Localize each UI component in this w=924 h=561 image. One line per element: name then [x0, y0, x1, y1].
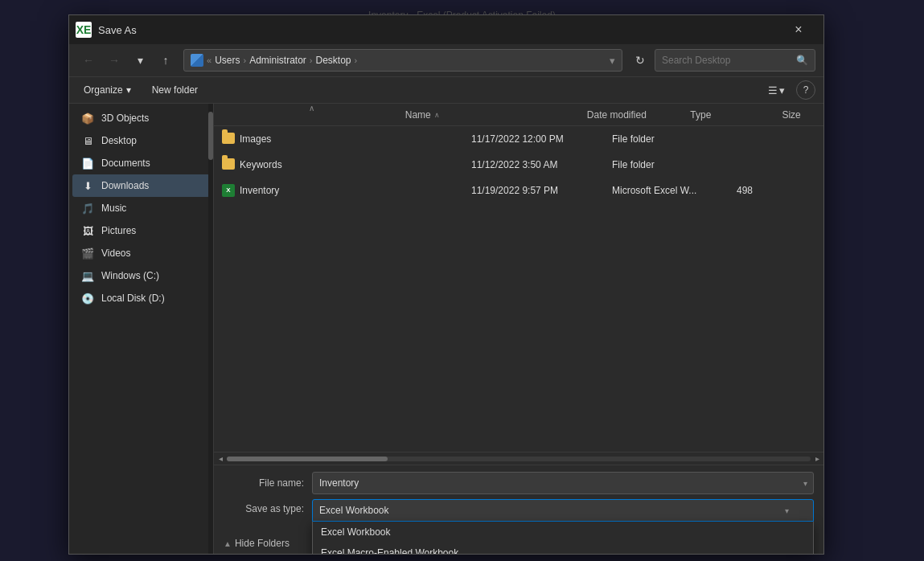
sidebar: 📦 3D Objects 🖥 Desktop 📄 Documents ⬇ Dow…	[69, 104, 214, 554]
file-area: ∧ Name ∧ Date modified Type Size	[214, 104, 823, 554]
scroll-right-button[interactable]: ▸	[811, 452, 823, 465]
new-folder-button[interactable]: New folder	[144, 82, 206, 98]
dialog-title: Save As	[98, 24, 780, 36]
search-icon: 🔍	[796, 55, 808, 66]
secondary-toolbar: Organize ▾ New folder ☰ ▾ ?	[69, 77, 823, 104]
file-name-images: Images	[222, 133, 471, 145]
sidebar-item-documents[interactable]: 📄 Documents	[72, 152, 210, 174]
file-list: Images 11/17/2022 12:00 PM File folder K…	[214, 126, 823, 452]
file-row-keywords[interactable]: Keywords 11/12/2022 3:50 AM File folder	[214, 152, 823, 178]
scroll-left-button[interactable]: ◂	[214, 452, 227, 465]
sidebar-label-3d-objects: 3D Objects	[101, 113, 149, 124]
col-header-size[interactable]: Size	[778, 109, 815, 121]
file-modified-keywords: 11/12/2022 3:50 AM	[471, 159, 612, 170]
sidebar-item-3d-objects[interactable]: 📦 3D Objects	[72, 107, 210, 129]
save-as-dialog: XE Save As × ← → ▾ ↑ « Users › Administr…	[68, 14, 824, 555]
file-name-row: File name: ▾	[224, 472, 814, 494]
file-type-keywords: File folder	[612, 159, 737, 170]
file-name-keywords: Keywords	[222, 158, 471, 171]
sidebar-label-windows-c: Windows (C:)	[101, 270, 159, 281]
file-name-input[interactable]	[312, 472, 814, 494]
view-chevron-icon: ▾	[779, 84, 785, 96]
horizontal-scrollbar[interactable]: ◂ ▸	[214, 452, 823, 465]
file-row-images[interactable]: Images 11/17/2022 12:00 PM File folder	[214, 126, 823, 152]
hide-folders-label: Hide Folders	[235, 538, 290, 549]
file-modified-images: 11/17/2022 12:00 PM	[471, 133, 612, 145]
file-name-container: ▾	[312, 472, 814, 494]
file-name-label: File name:	[224, 477, 312, 489]
back-button[interactable]: ←	[77, 49, 100, 72]
col-header-type[interactable]: Type	[687, 109, 778, 121]
file-type-images: File folder	[612, 133, 737, 145]
col-header-modified[interactable]: Date modified	[584, 109, 688, 121]
address-sep-3: ›	[310, 55, 313, 65]
sidebar-label-pictures: Pictures	[101, 225, 136, 236]
excel-icon: XE	[76, 22, 92, 38]
sidebar-label-documents: Documents	[101, 158, 150, 169]
file-type-inventory: Microsoft Excel W...	[612, 185, 737, 196]
forward-button[interactable]: →	[103, 49, 125, 72]
close-button[interactable]: ×	[780, 15, 817, 44]
folder-icon-images	[222, 133, 235, 145]
search-box: 🔍	[655, 49, 815, 72]
option-excel-macro-enabled[interactable]: Excel Macro-Enabled Workbook	[313, 543, 813, 554]
organize-label: Organize	[84, 84, 123, 96]
sidebar-item-downloads[interactable]: ⬇ Downloads	[72, 174, 210, 197]
save-type-container: Excel Workbook ▾ Excel Workbook Excel Ma…	[312, 499, 814, 522]
sidebar-item-pictures[interactable]: 🖼 Pictures	[72, 219, 210, 242]
sidebar-label-local-disk-d: Local Disk (D:)	[101, 293, 165, 304]
triangle-icon: ▲	[224, 539, 232, 548]
sidebar-label-music: Music	[101, 203, 126, 214]
bottom-form: File name: ▾ Save as type: Excel Workboo…	[214, 465, 823, 533]
folder-icon-keywords	[222, 158, 235, 171]
address-sep-2: ›	[243, 55, 246, 65]
sidebar-item-windows-c[interactable]: 💻 Windows (C:)	[72, 264, 210, 287]
address-sep-1: «	[207, 55, 211, 65]
col-size-label: Size	[782, 109, 800, 121]
sidebar-label-videos: Videos	[101, 248, 130, 259]
view-icon: ☰	[768, 84, 778, 96]
sidebar-item-music[interactable]: 🎵 Music	[72, 197, 210, 219]
title-bar: XE Save As ×	[69, 15, 823, 44]
sidebar-item-local-disk-d[interactable]: 💿 Local Disk (D:)	[72, 287, 210, 309]
view-button[interactable]: ☰ ▾	[763, 82, 790, 99]
address-desktop: Desktop	[316, 55, 351, 66]
help-button[interactable]: ?	[796, 80, 815, 100]
scroll-track	[227, 457, 811, 461]
sort-icon: ∧	[434, 111, 440, 119]
dropdown-button[interactable]: ▾	[129, 49, 151, 72]
sidebar-item-videos[interactable]: 🎬 Videos	[72, 242, 210, 264]
main-content: 📦 3D Objects 🖥 Desktop 📄 Documents ⬇ Dow…	[69, 104, 823, 554]
scroll-thumb	[227, 457, 388, 461]
sidebar-label-downloads: Downloads	[101, 180, 149, 191]
music-icon: 🎵	[80, 201, 95, 215]
address-sep-4: ›	[355, 55, 358, 65]
col-header-name[interactable]: Name ∧	[402, 109, 584, 121]
address-bar[interactable]: « Users › Administrator › Desktop › ▾	[183, 49, 622, 72]
address-users: Users	[215, 55, 240, 66]
sidebar-scrollbar[interactable]	[208, 104, 213, 554]
col-modified-label: Date modified	[587, 109, 647, 121]
option-excel-workbook[interactable]: Excel Workbook	[313, 522, 813, 543]
sidebar-item-desktop[interactable]: 🖥 Desktop	[72, 129, 210, 152]
desktop-icon: 🖥	[80, 133, 95, 148]
save-type-dropdown: Excel Workbook Excel Macro-Enabled Workb…	[312, 522, 814, 554]
documents-icon: 📄	[80, 156, 95, 170]
file-modified-inventory: 11/19/2022 9:57 PM	[471, 185, 612, 196]
local-disk-d-icon: 💿	[80, 291, 95, 305]
drive-icon	[191, 54, 203, 67]
save-type-select[interactable]: Excel Workbook ▾	[312, 499, 814, 522]
videos-icon: 🎬	[80, 246, 95, 260]
organize-button[interactable]: Organize ▾	[77, 82, 138, 98]
organize-chevron-icon: ▾	[126, 84, 131, 96]
file-header: ∧ Name ∧ Date modified Type Size	[214, 104, 823, 126]
file-row-inventory[interactable]: X Inventory 11/19/2022 9:57 PM Microsoft…	[214, 178, 823, 203]
address-chevron-icon: ▾	[610, 55, 615, 67]
file-size-inventory: 498	[737, 185, 785, 196]
refresh-button[interactable]: ↻	[629, 49, 651, 72]
sidebar-scrollbar-thumb	[208, 112, 213, 160]
windows-c-icon: 💻	[80, 268, 95, 283]
search-input[interactable]	[662, 55, 791, 66]
up-button[interactable]: ↑	[154, 49, 177, 72]
sidebar-label-desktop: Desktop	[101, 135, 137, 146]
